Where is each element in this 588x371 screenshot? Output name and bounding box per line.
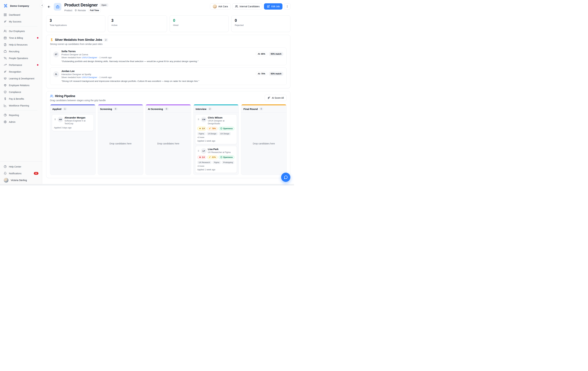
grid-icon [4, 13, 7, 16]
sidebar-item-label: Our Employees [9, 30, 25, 32]
column-count: 2 [208, 107, 212, 110]
skill-tag: UX Research [197, 161, 211, 164]
internal-candidates-button[interactable]: Internal Candidates [232, 3, 262, 10]
medalist-card[interactable]: JL Jordan Lee Interaction Designer at Sp… [50, 67, 287, 85]
user-profile-item[interactable]: Victoria Sterling [2, 177, 40, 183]
job-location-label: Remote [78, 9, 86, 12]
chat-fab-button[interactable] [281, 173, 290, 182]
column-count: 0 [165, 107, 169, 110]
grip-handle-icon[interactable] [54, 118, 56, 121]
stat-value: 0 [173, 18, 225, 23]
horizontal-scrollbar[interactable] [0, 184, 294, 186]
section-title: Hiring Pipeline [55, 95, 75, 98]
skill-tag: Prototyping [222, 161, 234, 164]
brain-icon [220, 127, 222, 129]
column-dropzone[interactable]: Drop candidates here [146, 113, 191, 175]
ai-score-all-button[interactable]: AI Score All [265, 95, 287, 101]
ask-cara-button[interactable]: Ask Cara [210, 3, 231, 10]
graduation-cap-icon [4, 77, 7, 80]
sidebar-item-my-success[interactable]: My Success [2, 18, 40, 25]
medal-icon [50, 38, 53, 42]
cara-avatar [213, 4, 217, 8]
sidebar-item-dashboard[interactable]: Dashboard [2, 11, 40, 18]
applied-date: Applied 1 week ago [197, 169, 235, 171]
grip-handle-icon[interactable] [197, 149, 200, 152]
column-name: AI Screening [148, 108, 163, 110]
candidate-avatar: JL [53, 71, 59, 77]
pipeline-column-final-round: Final Round 0 Drop candidates here [241, 104, 287, 175]
candidate-card[interactable]: LP Lisa Park UX Researcher at Figma 2.8 [195, 146, 237, 173]
column-dropzone[interactable]: AM Alexander Morgan Software Engineer II… [50, 113, 95, 175]
sidebar-item-workforce-planning[interactable]: Workforce Planning [2, 102, 40, 109]
medalist-origin-time: · 1 month ago [98, 56, 112, 59]
column-count: 0 [114, 107, 118, 110]
workflow-icon [4, 57, 7, 60]
stat-label: Total Applications [50, 24, 102, 26]
pipeline-column-ai-screening: AI Screening 0 Drop candidates here [146, 104, 191, 175]
ai-score-badge: AI: 85% [256, 52, 267, 56]
job-title-block: Product Designer Open Product Remote Ful… [64, 3, 108, 12]
sidebar-item-learning-development[interactable]: Learning & Development [2, 75, 40, 82]
stat-value: 3 [111, 18, 164, 23]
column-name: Applied [52, 108, 61, 110]
sidebar-item-recruiting[interactable]: Recruiting [2, 48, 40, 55]
company-name: Demo Company [10, 4, 29, 7]
column-dropzone[interactable]: CW Chris Wilson UI/UX Designer at Design… [194, 113, 239, 175]
back-button[interactable] [46, 4, 52, 10]
candidate-card[interactable]: CW Chris Wilson UI/UX Designer at Design… [195, 114, 237, 144]
sidebar-collapse-button[interactable] [40, 3, 44, 7]
job-status-badge: Open [100, 3, 108, 7]
sidebar-divider [5, 26, 37, 26]
chevron-left-icon [41, 4, 43, 6]
candidate-avatar: CW [201, 117, 207, 122]
sidebar-item-help-resources[interactable]: Help & Resources [2, 41, 40, 48]
sidebar-item-our-employees[interactable]: Our Employees [2, 28, 40, 34]
sidebar-item-compliance[interactable]: Compliance [2, 89, 40, 95]
help-center-item[interactable]: Help Center [2, 163, 40, 170]
header-actions: Ask Cara Internal Candidates Edit Job [210, 3, 290, 10]
sidebar-item-label: Recruiting [9, 50, 19, 53]
medalist-origin-line: Silver medalist from UX/UI Designer · 1 … [61, 56, 253, 59]
sidebar-item-label: My Success [9, 20, 21, 23]
stat-rejected: 0 Rejected [231, 15, 290, 32]
sidebar-divider [5, 110, 37, 110]
column-dropzone[interactable]: Drop candidates here [241, 113, 286, 175]
stat-total-applications: 3 Total Applications [46, 15, 105, 32]
origin-job-link[interactable]: UX/UI Designer [82, 76, 97, 79]
sidebar-item-label: Pay & Benefits [9, 97, 24, 100]
chat-bubble-icon [284, 175, 288, 179]
ai-score-badge: AI: 75% [256, 72, 267, 76]
users-icon [50, 95, 53, 98]
sidebar-item-label: Performance [9, 64, 22, 66]
sidebar-item-pay-benefits[interactable]: Pay & Benefits [2, 95, 40, 102]
sidebar-item-reporting[interactable]: Reporting [2, 112, 40, 118]
pie-chart-icon [4, 114, 7, 117]
column-dropzone[interactable]: Drop candidates here [98, 113, 143, 175]
section-subtitle: Drag candidates between stages using the… [50, 99, 106, 102]
candidate-role: UX Researcher at Figma [208, 151, 231, 154]
ai-score-value: 78% [212, 127, 216, 130]
sidebar-item-recognition[interactable]: Recognition [2, 68, 40, 75]
trait-badge: Openness [219, 127, 234, 130]
sidebar-item-employee-relations[interactable]: Employee Relations [2, 82, 40, 89]
candidate-avatar: ST [53, 52, 59, 57]
sidebar-item-label: Compliance [9, 91, 21, 93]
candidate-card[interactable]: AM Alexander Morgan Software Engineer II… [52, 114, 94, 131]
origin-job-link[interactable]: UX/UI Designer [82, 56, 97, 59]
page-title: Product Designer [64, 3, 98, 7]
edit-job-label: Edit Job [271, 5, 280, 8]
sidebar-item-people-operations[interactable]: People Operations [2, 55, 40, 62]
grip-handle-icon[interactable] [197, 118, 200, 121]
edit-job-button[interactable]: Edit Job [264, 3, 283, 10]
rating-value: 3.9 [202, 127, 205, 130]
rating-value: 2.8 [202, 156, 205, 159]
main-content: Product Designer Open Product Remote Ful… [42, 0, 294, 186]
more-options-button[interactable] [284, 3, 290, 10]
sidebar-item-admin[interactable]: Admin [2, 118, 40, 125]
notifications-item[interactable]: Notifications 12 [2, 170, 40, 177]
medalist-card[interactable]: ST Sofia Torres Product Designer at Canv… [50, 48, 287, 65]
job-department: Product [64, 9, 72, 12]
sidebar-item-performance[interactable]: Performance [2, 62, 40, 68]
sidebar-item-time-billing[interactable]: Time & Billing [2, 34, 40, 41]
section-count-badge: 2 [104, 38, 108, 42]
